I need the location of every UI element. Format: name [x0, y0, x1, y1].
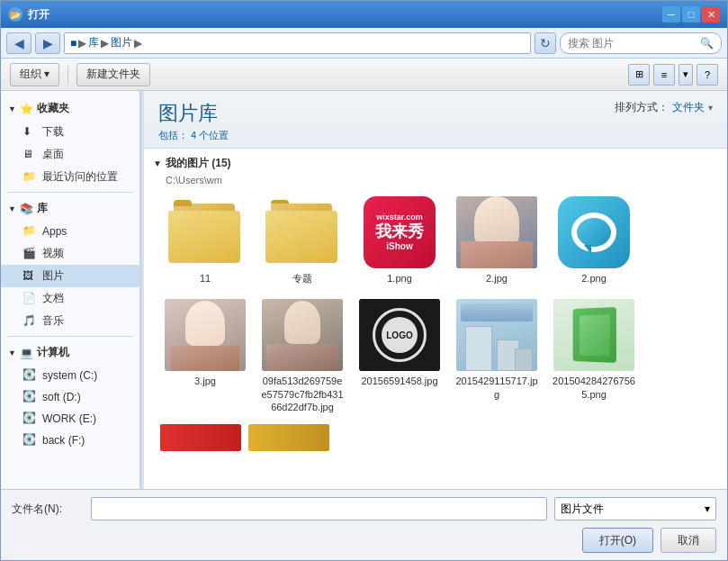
library-label: 库 [37, 201, 48, 216]
close-button[interactable]: ✕ [702, 6, 720, 23]
open-button[interactable]: 打开(O) [582, 528, 653, 553]
file-name-11: 11 [200, 272, 211, 285]
sidebar-item-e-drive[interactable]: 💽 WORK (E:) [1, 408, 139, 430]
sidebar-item-desktop[interactable]: 🖥 桌面 [1, 143, 139, 166]
view-icon-button[interactable]: ⊞ [628, 64, 650, 86]
section-title: 我的图片 (15) [166, 156, 231, 171]
file-item-zhuanti[interactable]: 专题 [257, 193, 347, 288]
content-scroll: ▼ 我的图片 (15) C:\Users\wm [144, 149, 727, 489]
sidebar-item-music[interactable]: 🎵 音乐 [1, 310, 139, 332]
search-icon: 🔍 [700, 37, 714, 50]
sidebar-favorites-header[interactable]: ▼ ⭐ 收藏夹 [1, 96, 139, 121]
file-name-3jpg: 3.jpg [194, 375, 216, 387]
sidebar-section-library: ▼ 📚 库 📁 Apps 🎬 视频 🖼 图片 📄 [1, 196, 139, 332]
minimize-button[interactable]: ─ [662, 6, 680, 23]
file-item-2015659[interactable]: LOGO 20156591458.jpg [355, 295, 445, 417]
sidebar-item-recent-label: 最近访问的位置 [42, 169, 118, 185]
f-drive-icon: 💽 [22, 433, 37, 448]
file-item-2jpg[interactable]: 2.jpg [452, 193, 542, 288]
search-box[interactable]: 🔍 [560, 32, 722, 54]
sort-dropdown-arrow[interactable]: ▾ [708, 103, 713, 113]
partial-item-1 [160, 424, 241, 451]
sidebar-item-f-drive[interactable]: 💽 back (F:) [1, 430, 139, 451]
favorites-label: 收藏夹 [37, 101, 69, 116]
file-name-1png: 1.png [387, 272, 412, 285]
cancel-button[interactable]: 取消 [661, 528, 716, 553]
library-locations-link[interactable]: 4 个位置 [191, 130, 229, 140]
library-icon: 📚 [20, 203, 33, 215]
music-icon: 🎵 [22, 314, 37, 329]
refresh-button[interactable]: ↻ [535, 32, 556, 54]
file-thumb-20150428 [553, 299, 634, 371]
window-icon: 📂 [8, 7, 22, 22]
content-header: 图片库 包括： 4 个位置 排列方式： 文件夹 ▾ [144, 91, 727, 149]
titlebar-buttons: ─ □ ✕ [662, 6, 720, 23]
filename-input[interactable] [91, 497, 547, 520]
address-path[interactable]: ■ ▶ 库 ▶ 图片 ▶ [64, 32, 531, 54]
computer-icon: 💻 [20, 347, 33, 359]
organize-button[interactable]: 组织 ▾ [10, 63, 59, 86]
sidebar-item-apps[interactable]: 📁 Apps [1, 221, 139, 242]
back-button[interactable]: ◀ [6, 32, 31, 54]
sidebar-item-d-drive[interactable]: 💽 soft (D:) [1, 386, 139, 408]
new-folder-button[interactable]: 新建文件夹 [76, 63, 150, 86]
view-list-button[interactable]: ≡ [653, 64, 675, 86]
partial-item-2 [248, 424, 329, 451]
file-item-2png[interactable]: 2.png [549, 193, 639, 288]
toolbar: 组织 ▾ 新建文件夹 ⊞ ≡ ▾ ? [1, 59, 727, 91]
pictures-icon: 🖼 [22, 269, 37, 284]
path-pictures[interactable]: 图片 [111, 35, 132, 50]
favorites-icon: ⭐ [20, 103, 33, 115]
file-name-2jpg: 2.jpg [486, 272, 508, 285]
sidebar-item-d-drive-label: soft (D:) [42, 391, 81, 403]
search-input[interactable] [568, 37, 697, 50]
docs-icon: 📄 [22, 292, 37, 306]
titlebar: 📂 打开 ─ □ ✕ [1, 1, 727, 28]
file-thumb-11 [165, 196, 246, 268]
sidebar-item-c-drive[interactable]: 💽 system (C:) [1, 365, 139, 386]
favorites-chevron: ▼ [8, 104, 16, 113]
sidebar-item-docs[interactable]: 📄 文档 [1, 287, 139, 310]
sidebar-divider-2 [8, 336, 132, 337]
sidebar-item-recent[interactable]: 📁 最近访问的位置 [1, 166, 139, 188]
filetype-label: 图片文件 [561, 502, 604, 517]
file-name-2015429: 2015429115717.jpg [455, 375, 538, 401]
file-thumb-09fa [262, 299, 343, 371]
file-item-09fa[interactable]: 09fa513d269759ee57579c7fb2fb43166d22df7b… [257, 295, 347, 417]
view-dropdown-button[interactable]: ▾ [679, 64, 693, 86]
file-item-20150428[interactable]: 2015042842767565.png [549, 295, 639, 417]
file-name-2png: 2.png [581, 272, 607, 285]
filetype-dropdown[interactable]: 图片文件 ▾ [554, 497, 716, 520]
c-drive-icon: 💽 [22, 368, 37, 383]
sidebar-item-video[interactable]: 🎬 视频 [1, 242, 139, 265]
sidebar-library-header[interactable]: ▼ 📚 库 [1, 196, 139, 221]
sidebar-item-video-label: 视频 [42, 246, 64, 261]
sidebar-item-music-label: 音乐 [42, 313, 64, 329]
file-item-2015429[interactable]: 2015429115717.jpg [452, 295, 542, 417]
section-label[interactable]: ▼ 我的图片 (15) [153, 156, 718, 171]
maximize-button[interactable]: □ [682, 6, 700, 23]
file-name-20150428: 2015042842767565.png [553, 375, 635, 401]
action-row: 打开(O) 取消 [12, 528, 716, 553]
download-icon: ⬇ [22, 125, 37, 140]
path-ku[interactable]: 库 [88, 35, 99, 50]
sidebar-item-apps-label: Apps [42, 225, 67, 238]
video-icon: 🎬 [22, 247, 37, 261]
sidebar-section-computer: ▼ 💻 计算机 💽 system (C:) 💽 soft (D:) 💽 WORK… [1, 340, 139, 451]
recent-icon: 📁 [22, 170, 37, 185]
sort-value[interactable]: 文件夹 [672, 100, 705, 115]
forward-button[interactable]: ▶ [35, 32, 60, 54]
file-thumb-2015429 [456, 299, 537, 371]
path-library[interactable]: ■ [70, 37, 76, 50]
desktop-icon: 🖥 [22, 148, 37, 162]
sidebar-item-pictures[interactable]: 🖼 图片 [1, 265, 139, 287]
sidebar-item-download[interactable]: ⬇ 下载 [1, 121, 139, 143]
file-item-1png[interactable]: wixstar.com我来秀iShow 1.png [355, 193, 445, 288]
sidebar-section-favorites: ▼ ⭐ 收藏夹 ⬇ 下载 🖥 桌面 📁 最近访问的位置 [1, 96, 139, 188]
file-item-3jpg[interactable]: 3.jpg [160, 295, 250, 417]
help-button[interactable]: ? [697, 64, 718, 86]
sidebar-computer-header[interactable]: ▼ 💻 计算机 [1, 340, 139, 365]
sidebar-divider-1 [8, 192, 132, 193]
file-item-11[interactable]: 11 [160, 193, 250, 288]
file-thumb-2png [553, 196, 634, 268]
